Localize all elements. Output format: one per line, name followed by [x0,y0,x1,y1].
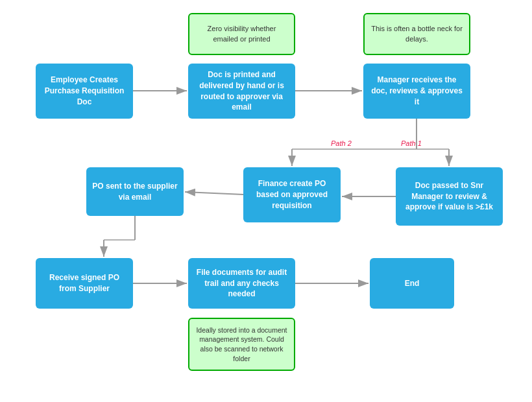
path2-label: Path 2 [331,139,352,147]
employee-creates-box: Employee Creates Purchase Requisition Do… [36,64,133,119]
path1-label: Path 1 [401,139,422,147]
bottleneck-note: This is often a bottle neck for delays. [363,13,470,55]
end-box: End [370,258,454,309]
finance-po-box: Finance create PO based on approved requ… [243,167,341,222]
receive-po-box: Receive signed PO from Supplier [36,258,133,309]
po-sent-box: PO sent to the supplier via email [86,167,184,216]
doc-printed-box: Doc is printed and delivered by hand or … [188,64,295,119]
snr-manager-box: Doc passed to Snr Manager to review & ap… [396,167,503,226]
manager-approves-box: Manager receives the doc, reviews & appr… [363,64,470,119]
zero-visibility-note: Zero visibility whether emailed or print… [188,13,295,55]
file-docs-box: File documents for audit trail and any c… [188,258,295,309]
svg-line-10 [185,192,243,195]
ideally-stored-note: Ideally stored into a document managemen… [188,318,295,371]
diagram: Zero visibility whether emailed or print… [0,0,532,402]
